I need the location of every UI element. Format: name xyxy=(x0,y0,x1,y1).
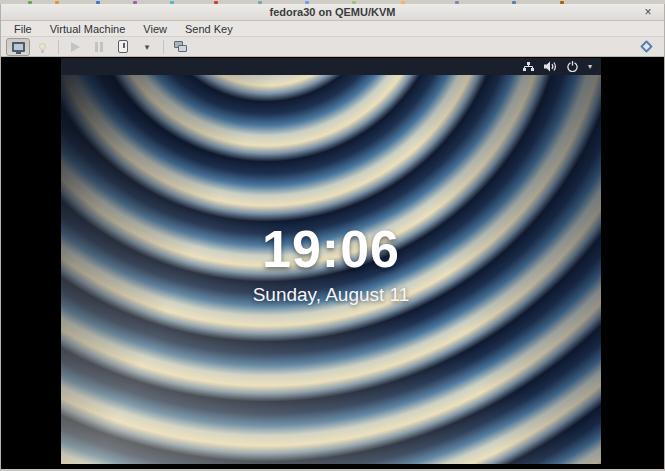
vm-console-area[interactable]: ▾ 19:06 Sunday, August 11 xyxy=(1,57,664,469)
shutdown-menu-button[interactable]: ▾ xyxy=(135,38,159,56)
shutdown-button[interactable] xyxy=(111,38,135,56)
fedora-ripple-wallpaper: 19:06 Sunday, August 11 xyxy=(61,75,601,464)
gnome-top-bar: ▾ xyxy=(61,58,601,75)
power-icon[interactable] xyxy=(567,61,578,72)
screenshot-root: fedora30 on QEMU/KVM × File Virtual Mach… xyxy=(0,0,665,471)
volume-icon[interactable] xyxy=(544,61,557,72)
menu-virtual-machine[interactable]: Virtual Machine xyxy=(41,21,135,37)
console-button[interactable] xyxy=(6,38,30,56)
virt-manager-window: fedora30 on QEMU/KVM × File Virtual Mach… xyxy=(0,4,665,471)
chevron-down-icon[interactable]: ▾ xyxy=(588,58,592,75)
window-title: fedora30 on QEMU/KVM xyxy=(270,6,396,18)
power-box-icon xyxy=(118,40,128,53)
clock-date: Sunday, August 11 xyxy=(61,284,601,306)
details-button[interactable] xyxy=(30,38,54,56)
run-button[interactable] xyxy=(63,38,87,56)
toolbar-separator xyxy=(163,40,164,54)
titlebar[interactable]: fedora30 on QEMU/KVM × xyxy=(1,4,664,21)
clock-time: 19:06 xyxy=(61,223,601,275)
network-icon[interactable] xyxy=(523,62,534,72)
menubar: File Virtual Machine View Send Key xyxy=(1,21,664,37)
lightbulb-icon xyxy=(39,43,46,50)
monitor-icon xyxy=(12,42,25,52)
toolbar-separator xyxy=(58,40,59,54)
close-icon[interactable]: × xyxy=(640,5,656,20)
fullscreen-button[interactable] xyxy=(634,38,658,56)
snapshots-icon xyxy=(174,41,187,52)
pause-button[interactable] xyxy=(87,38,111,56)
play-icon xyxy=(71,42,80,52)
lock-screen-clock: 19:06 Sunday, August 11 xyxy=(61,223,601,306)
pause-icon xyxy=(95,42,103,52)
menu-file[interactable]: File xyxy=(5,21,41,37)
toolbar: ▾ xyxy=(1,37,664,57)
snapshots-button[interactable] xyxy=(168,38,192,56)
menu-send-key[interactable]: Send Key xyxy=(176,21,242,37)
caret-down-icon: ▾ xyxy=(145,42,150,52)
guest-display[interactable]: ▾ 19:06 Sunday, August 11 xyxy=(61,58,601,464)
menu-view[interactable]: View xyxy=(134,21,176,37)
fullscreen-diamond-icon xyxy=(640,40,653,53)
